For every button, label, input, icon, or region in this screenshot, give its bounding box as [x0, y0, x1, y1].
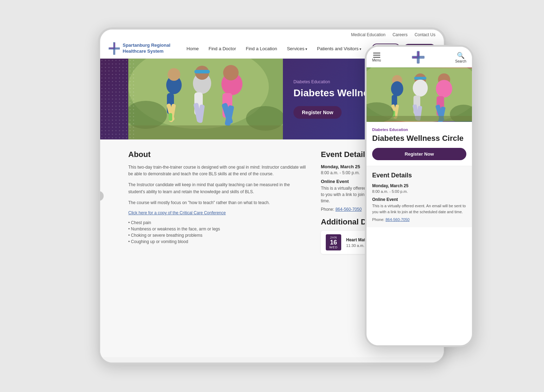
list-item: Numbness or weakness in the face, arm or… — [128, 226, 307, 232]
svg-rect-31 — [413, 57, 417, 58]
badge-day: 16 — [326, 239, 341, 246]
mobile-device: Menu 🔍 Search — [365, 45, 474, 347]
svg-rect-21 — [169, 113, 172, 121]
svg-rect-30 — [417, 52, 419, 57]
menu-label: Menu — [372, 58, 381, 62]
conference-link[interactable]: Click here for a copy of the Critical Ca… — [128, 210, 307, 215]
mobile-online-text: This is a virtually offered event. An em… — [372, 203, 466, 215]
hamburger-line-1 — [373, 53, 380, 53]
mobile-register-button[interactable]: Register Now — [372, 148, 466, 160]
mobile-event-category: Diabetes Education — [372, 128, 466, 132]
svg-point-45 — [436, 80, 452, 97]
list-item: Coughing up or vomiting blood — [128, 239, 307, 245]
utility-nav: Medical Education Careers Contact Us — [109, 32, 435, 39]
mobile-phone-label: Phone: — [372, 217, 384, 222]
mobile-event-time: 8:00 a.m. - 5:00 p.m. — [372, 189, 466, 194]
util-link-contact[interactable]: Contact Us — [415, 32, 435, 37]
mobile-search-button[interactable]: 🔍 Search — [455, 52, 466, 63]
hero-image — [128, 59, 283, 139]
nav-links: Home Find a Doctor Find a Location Servi… — [182, 46, 372, 51]
mobile-phone: Phone: 864-560-7050 — [372, 217, 466, 222]
hamburger-line-2 — [373, 55, 380, 55]
svg-rect-49 — [414, 77, 426, 80]
mobile-search-icon: 🔍 — [457, 52, 465, 59]
mobile-search-label: Search — [455, 59, 466, 63]
mobile-online-title: Online Event — [372, 197, 466, 202]
logo-icon — [109, 42, 120, 55]
mobile-phone-link[interactable]: 864-560-7050 — [386, 217, 410, 222]
about-paragraph-3: The course will mostly focus on "how to … — [128, 200, 307, 206]
nav-patients-visitors[interactable]: Patients and Visitors — [312, 46, 366, 51]
nav-services[interactable]: Services — [282, 46, 312, 51]
svg-point-17 — [223, 65, 239, 80]
svg-rect-2 — [114, 43, 115, 48]
about-title: About — [128, 150, 307, 159]
list-item: Chest pain — [128, 220, 307, 226]
svg-point-7 — [168, 68, 180, 81]
nav-find-location[interactable]: Find a Location — [241, 46, 282, 51]
register-now-button[interactable]: Register Now — [293, 106, 342, 119]
mobile-details-title: Event Details — [372, 172, 466, 179]
mobile-logo-icon — [412, 51, 425, 64]
mobile-nav: Menu 🔍 Search — [367, 47, 472, 67]
date-badge: JAN 16 WED — [326, 234, 341, 250]
svg-point-35 — [391, 81, 403, 96]
badge-dow: WED — [326, 246, 341, 249]
phone-label: Phone: — [321, 207, 334, 212]
svg-rect-3 — [109, 47, 114, 49]
util-link-medical-education[interactable]: Medical Education — [351, 32, 386, 37]
about-paragraph-2: The Instructor candidate will keep in mi… — [128, 182, 307, 195]
mobile-screen: Menu 🔍 Search — [367, 47, 472, 345]
svg-rect-22 — [194, 70, 210, 73]
logo[interactable]: Spartanburg Regional Healthcare System — [109, 42, 170, 55]
mobile-event-content: Diabetes Education Diabetes Wellness Cir… — [367, 122, 472, 166]
phone-link[interactable]: 864-560-7050 — [335, 207, 362, 212]
mobile-menu-button[interactable] — [373, 53, 380, 58]
nav-find-doctor[interactable]: Find a Doctor — [203, 46, 241, 51]
mobile-event-date: Monday, March 25 — [372, 183, 466, 188]
about-list: Chest pain Numbness or weakness in the f… — [128, 220, 307, 245]
about-paragraph-1: This two-day train-the-trainer course is… — [128, 164, 307, 177]
mobile-menu-group: Menu — [372, 53, 381, 62]
about-section: About This two-day train-the-trainer cou… — [128, 150, 321, 350]
svg-point-40 — [413, 79, 428, 96]
logo-text: Spartanburg Regional Healthcare System — [123, 43, 170, 54]
svg-rect-25 — [128, 125, 283, 139]
list-item: Choking or severe breathing problems — [128, 232, 307, 239]
nav-home[interactable]: Home — [182, 46, 204, 51]
mobile-event-details: Event Details Monday, March 25 8:00 a.m.… — [367, 166, 472, 227]
svg-rect-53 — [367, 116, 472, 121]
util-link-careers[interactable]: Careers — [393, 32, 408, 37]
mobile-event-title: Diabetes Wellness Circle — [372, 134, 466, 143]
hamburger-line-3 — [373, 57, 380, 58]
mobile-hero-image — [367, 67, 472, 122]
